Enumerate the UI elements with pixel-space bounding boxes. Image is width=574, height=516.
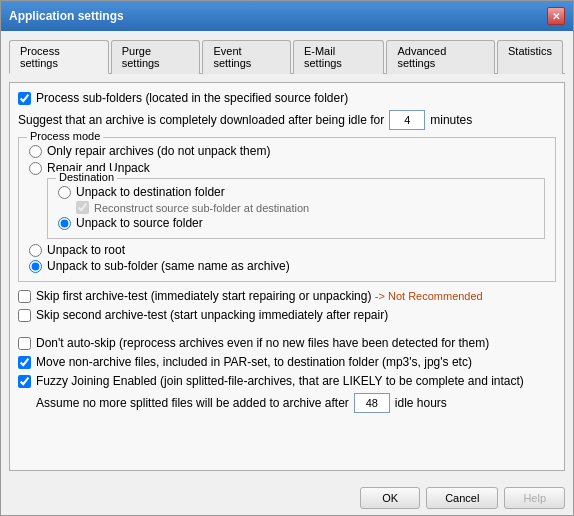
ok-button[interactable]: OK xyxy=(360,487,420,509)
dont-auto-skip-checkbox[interactable] xyxy=(18,337,31,350)
idle-suggest-suffix: minutes xyxy=(430,113,472,127)
titlebar: Application settings ✕ xyxy=(1,1,573,31)
idle-minutes-input[interactable] xyxy=(389,110,425,130)
unpack-dest-radio[interactable] xyxy=(58,186,71,199)
unpack-dest-text: Unpack to destination folder xyxy=(76,185,225,199)
fuzzy-joining-checkbox[interactable] xyxy=(18,375,31,388)
repair-unpack-radio[interactable] xyxy=(29,162,42,175)
unpack-root-text: Unpack to root xyxy=(47,243,125,257)
help-button[interactable]: Help xyxy=(504,487,565,509)
reconstruct-label[interactable]: Reconstruct source sub-folder at destina… xyxy=(76,201,534,214)
destination-group: Destination Unpack to destination folder… xyxy=(47,178,545,239)
titlebar-buttons: ✕ xyxy=(547,7,565,25)
tab-statistics[interactable]: Statistics xyxy=(497,40,563,74)
unpack-subfolder-radio[interactable] xyxy=(29,260,42,273)
process-mode-group: Process mode Only repair archives (do no… xyxy=(18,137,556,282)
skip-first-warning: -> Not Recommended xyxy=(375,290,483,302)
idle-hours-suffix: idle hours xyxy=(395,396,447,410)
destination-title: Destination xyxy=(56,171,117,183)
idle-hours-row: Assume no more splitted files will be ad… xyxy=(36,393,556,413)
app-window: Application settings ✕ Process settings … xyxy=(0,0,574,516)
sub-folders-checkbox-label[interactable]: Process sub-folders (located in the spec… xyxy=(18,91,556,105)
sub-folders-checkbox[interactable] xyxy=(18,92,31,105)
tab-process-settings[interactable]: Process settings xyxy=(9,40,109,74)
only-repair-radio[interactable] xyxy=(29,145,42,158)
tab-email-settings[interactable]: E-Mail settings xyxy=(293,40,384,74)
dont-auto-skip-label[interactable]: Don't auto-skip (reprocess archives even… xyxy=(18,336,556,350)
process-settings-panel: Process sub-folders (located in the spec… xyxy=(9,82,565,471)
reconstruct-row: Reconstruct source sub-folder at destina… xyxy=(76,201,534,214)
cancel-button[interactable]: Cancel xyxy=(426,487,498,509)
unpack-root-label[interactable]: Unpack to root xyxy=(29,243,545,257)
idle-hours-prefix: Assume no more splitted files will be ad… xyxy=(36,396,349,410)
skip-first-label[interactable]: Skip first archive-test (immediately sta… xyxy=(18,289,556,303)
unpack-source-label[interactable]: Unpack to source folder xyxy=(58,216,534,230)
window-title: Application settings xyxy=(9,9,124,23)
unpack-source-radio[interactable] xyxy=(58,217,71,230)
move-non-archive-checkbox[interactable] xyxy=(18,356,31,369)
only-repair-label[interactable]: Only repair archives (do not unpack them… xyxy=(29,144,545,158)
unpack-dest-label[interactable]: Unpack to destination folder xyxy=(58,185,534,199)
idle-suggest-prefix: Suggest that an archive is completely do… xyxy=(18,113,384,127)
sub-folders-label: Process sub-folders (located in the spec… xyxy=(36,91,348,105)
idle-hours-input[interactable] xyxy=(354,393,390,413)
move-non-archive-text: Move non-archive files, included in PAR-… xyxy=(36,355,472,369)
reconstruct-checkbox[interactable] xyxy=(76,201,89,214)
fuzzy-joining-text: Fuzzy Joining Enabled (join splitted-fil… xyxy=(36,374,524,388)
close-button[interactable]: ✕ xyxy=(547,7,565,25)
dont-auto-skip-text: Don't auto-skip (reprocess archives even… xyxy=(36,336,489,350)
idle-suggest-row: Suggest that an archive is completely do… xyxy=(18,110,556,130)
only-repair-text: Only repair archives (do not unpack them… xyxy=(47,144,270,158)
tab-bar: Process settings Purge settings Event se… xyxy=(9,39,565,74)
skip-second-label[interactable]: Skip second archive-test (start unpackin… xyxy=(18,308,556,322)
spacer1 xyxy=(18,327,556,331)
tab-event-settings[interactable]: Event settings xyxy=(202,40,291,74)
unpack-subfolder-label[interactable]: Unpack to sub-folder (same name as archi… xyxy=(29,259,545,273)
skip-second-checkbox[interactable] xyxy=(18,309,31,322)
unpack-source-text: Unpack to source folder xyxy=(76,216,203,230)
move-non-archive-label[interactable]: Move non-archive files, included in PAR-… xyxy=(18,355,556,369)
main-content: Process settings Purge settings Event se… xyxy=(1,31,573,479)
fuzzy-joining-label[interactable]: Fuzzy Joining Enabled (join splitted-fil… xyxy=(18,374,556,388)
process-mode-title: Process mode xyxy=(27,130,103,142)
tab-advanced-settings[interactable]: Advanced settings xyxy=(386,40,495,74)
tab-purge-settings[interactable]: Purge settings xyxy=(111,40,201,74)
reconstruct-text: Reconstruct source sub-folder at destina… xyxy=(94,202,309,214)
unpack-subfolder-text: Unpack to sub-folder (same name as archi… xyxy=(47,259,290,273)
dialog-buttons: OK Cancel Help xyxy=(1,479,573,515)
skip-first-text: Skip first archive-test (immediately sta… xyxy=(36,289,483,303)
skip-first-checkbox[interactable] xyxy=(18,290,31,303)
skip-second-text: Skip second archive-test (start unpackin… xyxy=(36,308,388,322)
unpack-root-radio[interactable] xyxy=(29,244,42,257)
